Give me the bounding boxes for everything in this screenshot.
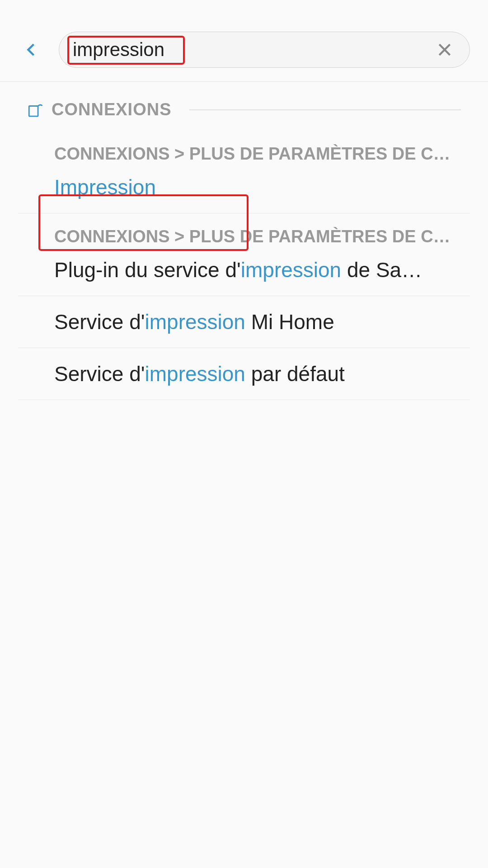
- result-breadcrumb: CONNEXIONS > PLUS DE PARAMÈTRES DE C…: [54, 144, 461, 164]
- search-result-item[interactable]: CONNEXIONS > PLUS DE PARAMÈTRES DE C…Imp…: [18, 128, 470, 213]
- search-result-item[interactable]: Service d'impression par défaut: [18, 348, 470, 400]
- result-breadcrumb: CONNEXIONS > PLUS DE PARAMÈTRES DE C…: [54, 227, 461, 246]
- chevron-left-icon: [23, 42, 40, 58]
- search-result-item[interactable]: Service d'impression Mi Home: [18, 296, 470, 348]
- close-icon: [436, 41, 454, 59]
- svg-rect-2: [29, 106, 38, 116]
- search-result-item[interactable]: CONNEXIONS > PLUS DE PARAMÈTRES DE C…Plu…: [18, 213, 470, 296]
- result-title: Service d'impression par défaut: [54, 362, 461, 386]
- clear-search-button[interactable]: [433, 38, 456, 61]
- search-input[interactable]: [73, 39, 433, 61]
- result-title: Plug-in du service d'impression de Sa…: [54, 258, 461, 282]
- back-button[interactable]: [18, 36, 45, 63]
- connections-icon: [27, 102, 42, 118]
- divider: [189, 109, 461, 110]
- search-header: [0, 0, 488, 82]
- section-header: CONNEXIONS: [0, 100, 488, 128]
- result-title: Service d'impression Mi Home: [54, 310, 461, 334]
- search-box: [59, 32, 470, 68]
- search-results: CONNEXIONS CONNEXIONS > PLUS DE PARAMÈTR…: [0, 82, 488, 400]
- result-title: Impression: [54, 175, 461, 199]
- section-title: CONNEXIONS: [52, 100, 171, 119]
